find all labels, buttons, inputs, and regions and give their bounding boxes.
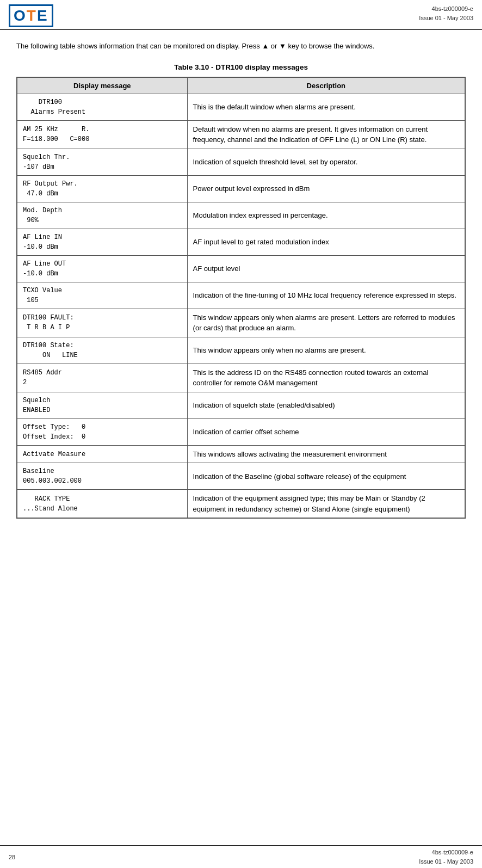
description-cell: Indication of the equipment assigned typ… — [187, 490, 465, 519]
display-msg-cell: AM 25 KHz R. F=118.000 C=000 — [17, 120, 187, 149]
display-msg-cell: RS485 Addr 2 — [17, 364, 187, 392]
page-header: OTE 4bs-tz000009-e Issue 01 - May 2003 — [0, 0, 482, 30]
display-msg-cell: AF Line IN -10.0 dBm — [17, 229, 187, 255]
display-msg-cell: TCXO Value 105 — [17, 282, 187, 309]
description-cell: This window appears only when no alarms … — [187, 337, 465, 364]
table-row: Offset Type: 0 Offset Index: 0Indication… — [17, 418, 465, 445]
table-header-row: Display message Description — [17, 77, 465, 94]
table-row: AF Line IN -10.0 dBmAF input level to ge… — [17, 229, 465, 255]
display-msg-cell: DTR100 State: ON LINE — [17, 337, 187, 364]
table-row: RF Output Pwr. 47.0 dBmPower output leve… — [17, 175, 465, 202]
footer-doc-line1: 4bs-tz000009-e — [419, 848, 473, 857]
table-row: DTR100 FAULT: T R B A I PThis window app… — [17, 309, 465, 337]
table-row: TCXO Value 105Indication of the fine-tun… — [17, 282, 465, 309]
display-messages-table: Display message Description DTR100 Alarm… — [16, 77, 466, 519]
intro-text: The following table shows information th… — [16, 41, 466, 52]
display-msg-cell: Baseline 005.003.002.000 — [17, 463, 187, 490]
table-row: RACK TYPE ...Stand AloneIndication of th… — [17, 490, 465, 519]
logo-text: OTE — [14, 7, 48, 24]
display-msg-cell: Squelch Thr. -107 dBm — [17, 149, 187, 175]
logo-box: OTE — [9, 4, 53, 27]
display-msg-cell: AF Line OUT -10.0 dBm — [17, 255, 187, 282]
display-msg-cell: Mod. Depth 90% — [17, 202, 187, 229]
table-row: Mod. Depth 90%Modulation index expressed… — [17, 202, 465, 229]
description-cell: Indication of the fine-tuning of 10 MHz … — [187, 282, 465, 309]
description-cell: This window appears only when alarms are… — [187, 309, 465, 337]
description-cell: Indication of the Baseline (global softw… — [187, 463, 465, 490]
description-cell: This windows allows activating the measu… — [187, 445, 465, 463]
table-row: DTR100 Alarms PresentThis is the default… — [17, 94, 465, 120]
description-cell: Power output level expressed in dBm — [187, 175, 465, 202]
table-row: Squelch Thr. -107 dBmIndication of squel… — [17, 149, 465, 175]
description-cell: Default window when no alarms are presen… — [187, 120, 465, 149]
header-doc-line1: 4bs-tz000009-e — [419, 4, 473, 14]
col1-header: Display message — [17, 77, 187, 94]
description-cell: AF output level — [187, 255, 465, 282]
display-msg-cell: Squelch ENABLED — [17, 392, 187, 418]
display-msg-cell: DTR100 Alarms Present — [17, 94, 187, 120]
logo-area: OTE — [9, 4, 59, 27]
footer-doc-line2: Issue 01 - May 2003 — [419, 857, 473, 866]
display-msg-cell: RF Output Pwr. 47.0 dBm — [17, 175, 187, 202]
description-cell: AF input level to get rated modulation i… — [187, 229, 465, 255]
table-title: Table 3.10 - DTR100 display messages — [16, 63, 466, 71]
description-cell: Indication of carrier offset scheme — [187, 418, 465, 445]
header-doc-line2: Issue 01 - May 2003 — [419, 14, 473, 23]
description-cell: Modulation index expressed in percentage… — [187, 202, 465, 229]
display-msg-cell: DTR100 FAULT: T R B A I P — [17, 309, 187, 337]
description-cell: This is the address ID on the RS485 conn… — [187, 364, 465, 392]
display-msg-cell: Offset Type: 0 Offset Index: 0 — [17, 418, 187, 445]
table-row: RS485 Addr 2This is the address ID on th… — [17, 364, 465, 392]
display-msg-cell: RACK TYPE ...Stand Alone — [17, 490, 187, 519]
col2-header: Description — [187, 77, 465, 94]
description-cell: Indication of squelch state (enabled/dis… — [187, 392, 465, 418]
table-row: Squelch ENABLEDIndication of squelch sta… — [17, 392, 465, 418]
footer-page-number: 28 — [9, 854, 15, 860]
table-row: AF Line OUT -10.0 dBmAF output level — [17, 255, 465, 282]
table-row: DTR100 State: ON LINEThis window appears… — [17, 337, 465, 364]
table-row: Activate MeasureThis windows allows acti… — [17, 445, 465, 463]
header-doc-info: 4bs-tz000009-e Issue 01 - May 2003 — [419, 4, 473, 22]
footer-doc-info: 4bs-tz000009-e Issue 01 - May 2003 — [419, 848, 473, 866]
table-row: AM 25 KHz R. F=118.000 C=000Default wind… — [17, 120, 465, 149]
main-content: The following table shows information th… — [0, 30, 482, 530]
table-row: Baseline 005.003.002.000Indication of th… — [17, 463, 465, 490]
display-msg-cell: Activate Measure — [17, 445, 187, 463]
description-cell: This is the default window when alarms a… — [187, 94, 465, 120]
page-footer: 28 4bs-tz000009-e Issue 01 - May 2003 — [0, 845, 482, 868]
description-cell: Indication of squelch threshold level, s… — [187, 149, 465, 175]
